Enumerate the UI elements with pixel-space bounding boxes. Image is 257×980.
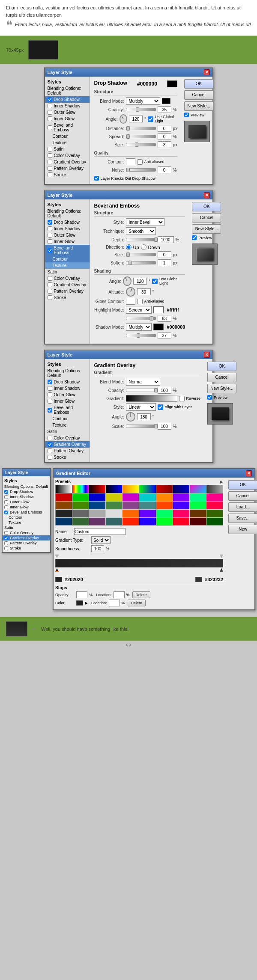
d2-highlight-swatch[interactable] bbox=[153, 306, 164, 313]
preset-swatch[interactable] bbox=[206, 485, 223, 493]
global-light-checkbox[interactable] bbox=[148, 116, 153, 122]
preset-swatch[interactable] bbox=[56, 485, 72, 493]
d3-satin[interactable]: Satin bbox=[45, 428, 90, 435]
ge-opacity-val[interactable] bbox=[76, 591, 87, 598]
inner-glow-checkbox[interactable] bbox=[48, 116, 52, 121]
d4-contour[interactable]: Contour bbox=[3, 515, 50, 520]
d2-highlight-opacity-slider[interactable] bbox=[126, 317, 156, 320]
dialog1-new-style-button[interactable]: New Style... bbox=[184, 101, 213, 111]
spread-input[interactable] bbox=[158, 133, 171, 140]
spread-slider[interactable] bbox=[126, 135, 156, 138]
ge-gradient-preview-bar[interactable] bbox=[55, 559, 223, 567]
d2-outer-glow[interactable]: Outer Glow bbox=[45, 232, 90, 238]
ge-location-val2[interactable] bbox=[109, 600, 120, 606]
style-item-texture[interactable]: Texture bbox=[45, 140, 90, 146]
ge-delete-btn2[interactable]: Delete bbox=[128, 600, 146, 606]
preset-swatch[interactable] bbox=[56, 518, 72, 526]
preset-swatch[interactable] bbox=[89, 518, 105, 526]
stroke-checkbox[interactable] bbox=[48, 172, 52, 177]
style-item-contour[interactable]: Contour bbox=[45, 133, 90, 140]
d2-size-input[interactable] bbox=[158, 251, 171, 258]
preset-swatch[interactable] bbox=[106, 493, 122, 501]
preset-swatch[interactable] bbox=[139, 510, 155, 517]
d3-scale-input[interactable] bbox=[158, 423, 171, 430]
preset-swatch[interactable] bbox=[106, 510, 122, 517]
preset-swatch[interactable] bbox=[156, 518, 173, 526]
ge-type-select[interactable]: Solid bbox=[91, 536, 111, 544]
angle-dial[interactable] bbox=[120, 114, 127, 124]
noise-input[interactable] bbox=[158, 166, 171, 173]
dialog2-cancel-button[interactable]: Cancel bbox=[192, 213, 221, 223]
d2-highlight-select[interactable]: Screen bbox=[126, 306, 152, 314]
style-item-bevel[interactable]: Bevel and Emboss bbox=[45, 122, 90, 133]
preset-swatch[interactable] bbox=[72, 493, 89, 501]
d3-stroke[interactable]: Stroke bbox=[45, 454, 90, 460]
preset-swatch[interactable] bbox=[89, 493, 105, 501]
ge-new-button[interactable]: New bbox=[228, 525, 257, 534]
style-item-inner-glow[interactable]: Inner Glow bbox=[45, 116, 90, 122]
d4-pattern-overlay[interactable]: Pattern Overlay bbox=[3, 540, 50, 546]
dialog1-close-button[interactable]: ✕ bbox=[204, 69, 210, 75]
d2-angle-input[interactable] bbox=[133, 278, 147, 285]
d4-bevel[interactable]: Bevel and Emboss bbox=[3, 510, 50, 515]
d3-texture[interactable]: Texture bbox=[45, 422, 90, 428]
opacity-input[interactable] bbox=[158, 106, 171, 113]
gradient-overlay-checkbox[interactable] bbox=[48, 160, 52, 164]
d2-soften-input[interactable] bbox=[158, 259, 171, 266]
style-item-satin[interactable]: Satin bbox=[45, 146, 90, 152]
preset-swatch[interactable] bbox=[106, 485, 122, 493]
preset-swatch[interactable] bbox=[173, 510, 189, 517]
style-item-pattern-overlay[interactable]: Pattern Overlay bbox=[45, 165, 90, 172]
size-input[interactable] bbox=[158, 141, 171, 148]
style-item-color-overlay[interactable]: Color Overlay bbox=[45, 152, 90, 159]
d3-opacity-slider[interactable] bbox=[126, 389, 156, 392]
d2-color-overlay[interactable]: Color Overlay bbox=[45, 275, 90, 282]
d2-technique-select[interactable]: Smooth bbox=[126, 227, 156, 235]
blend-color-swatch[interactable] bbox=[162, 98, 170, 104]
anti-aliased-checkbox[interactable] bbox=[137, 159, 143, 165]
d3-gradient-bar[interactable] bbox=[126, 395, 177, 402]
d2-highlight-opacity-input[interactable] bbox=[158, 315, 171, 322]
d2-depth-input[interactable] bbox=[158, 236, 174, 243]
ge-presets-grid[interactable] bbox=[55, 485, 223, 526]
preset-swatch[interactable] bbox=[72, 510, 89, 517]
dialog2-new-style-button[interactable]: New Style... bbox=[192, 224, 221, 234]
preset-swatch[interactable] bbox=[156, 493, 173, 501]
d2-size-slider[interactable] bbox=[126, 253, 156, 256]
preset-swatch[interactable] bbox=[89, 502, 105, 509]
ge-stop1-swatch[interactable] bbox=[55, 577, 62, 582]
d4-satin[interactable]: Satin bbox=[3, 525, 50, 530]
preset-swatch[interactable] bbox=[190, 502, 206, 509]
preset-swatch[interactable] bbox=[56, 502, 72, 509]
dialog2-close-button[interactable]: ✕ bbox=[204, 192, 210, 198]
preset-swatch[interactable] bbox=[123, 518, 139, 526]
preset-swatch[interactable] bbox=[89, 510, 105, 517]
d2-angle-dial[interactable] bbox=[123, 276, 131, 286]
style-item-inner-shadow[interactable]: Inner Shadow bbox=[45, 103, 90, 109]
angle-input[interactable] bbox=[129, 116, 143, 122]
d3-color-overlay[interactable]: Color Overlay bbox=[45, 435, 90, 441]
dialog2-ok-button[interactable]: OK bbox=[192, 202, 221, 211]
d2-style-blending[interactable]: Blending Options: Default bbox=[45, 208, 90, 219]
dialog3-preview-checkbox[interactable] bbox=[207, 395, 212, 400]
dialog1-ok-button[interactable]: OK bbox=[184, 79, 213, 89]
distance-input[interactable] bbox=[158, 125, 171, 132]
preset-swatch[interactable] bbox=[206, 518, 223, 526]
d2-shadow-swatch[interactable] bbox=[153, 324, 164, 330]
d2-shadow-select[interactable]: Multiply bbox=[126, 323, 152, 331]
dialog2-preview-checkbox[interactable] bbox=[192, 235, 197, 240]
preset-swatch[interactable] bbox=[139, 518, 155, 526]
d3-inner-shadow[interactable]: Inner Shadow bbox=[45, 385, 90, 392]
d3-bevel[interactable]: Bevel and Emboss bbox=[45, 404, 90, 416]
contour-thumbnail[interactable] bbox=[126, 158, 135, 165]
distance-slider[interactable] bbox=[126, 127, 156, 130]
d3-contour[interactable]: Contour bbox=[45, 416, 90, 422]
ge-opacity-stop-right[interactable] bbox=[220, 555, 223, 558]
d2-inner-shadow[interactable]: Inner Shadow bbox=[45, 226, 90, 232]
style-item-drop-shadow[interactable]: Drop Shadow bbox=[45, 96, 90, 103]
size-slider[interactable] bbox=[126, 143, 156, 146]
d2-texture[interactable]: Texture bbox=[45, 262, 90, 269]
ge-color-stop-right[interactable] bbox=[220, 568, 223, 572]
d2-gradient-overlay[interactable]: Gradient Overlay bbox=[45, 282, 90, 288]
d2-shadow-opacity-input[interactable] bbox=[158, 332, 171, 339]
